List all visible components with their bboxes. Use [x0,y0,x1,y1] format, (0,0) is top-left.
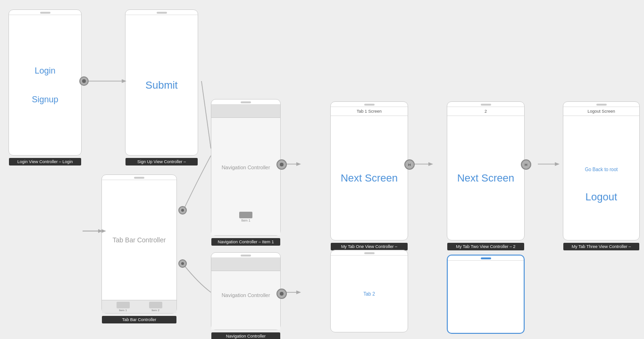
tabbar-phone: Tab Bar Controller Item 1 Item 2 Tab Bar… [101,174,177,314]
speaker-icon-2 [157,12,167,14]
nav1-label-center: Navigation Controller [222,165,270,170]
tab1-content: Next Screen [331,116,408,240]
tab1-phone-header [331,102,408,107]
signup-phone: Submit Sign Up View Controller – [125,9,198,156]
tab2view-content: Next Screen [447,116,524,240]
login-phone-header [9,10,81,15]
tab-item-2[interactable]: Item 2 [149,302,162,312]
connector-login-signup [79,76,89,86]
go-back-root[interactable]: Go Back to root [585,167,618,172]
speaker-icon-5 [241,255,251,256]
nav2-phone-label: Navigation Controller [211,332,280,339]
speaker-icon-9 [481,257,491,259]
signup-phone-label: Sign Up View Controller – [125,158,198,165]
logout-phone-content: Go Back to root Logout [563,116,639,240]
tab2-phone-header [331,250,408,256]
speaker-icon [40,12,50,14]
tab2-content: Tab 2 [331,256,408,332]
tab1-next-screen[interactable]: Next Screen [341,172,398,184]
tab1-title: Tab 1 Screen [331,107,408,116]
connector-tab1-right: H [404,159,415,170]
nav1-item-label: Item 1 [241,219,250,222]
speaker-icon-7 [364,252,375,254]
submit-text[interactable]: Submit [145,79,177,91]
signup-phone-header [125,10,198,15]
nav2-label-center: Navigation Controller [222,292,270,298]
canvas: Login Signup Login View Controller – Log… [0,0,644,339]
speaker-icon-6 [364,104,375,106]
tab2view-phone-label: My Tab Two View Controller – 2 [447,243,524,250]
svg-line-4 [201,81,211,149]
selected-phone-content [448,261,524,333]
connector-nav1-right [276,159,287,170]
nav1-phone-label: Navigation Controller – Item 1 [211,238,280,246]
speaker-icon-10 [596,104,607,106]
svg-marker-12 [296,290,301,294]
login-phone-label: Login View Controller – Login [9,158,81,165]
speaker-icon-3 [134,177,144,179]
tab2view-title: 2 [447,107,524,116]
connector-tabbar-upper [178,206,187,215]
tabbar-phone-content: Tab Bar Controller [102,180,176,300]
tab2view-phone: 2 Next Screen My Tab Two View Controller… [447,101,525,240]
tab2view-phone-header [447,102,524,107]
logout-screen-title: Logout Screen [563,107,639,116]
tab-bar-bottom: Item 1 Item 2 [102,300,176,313]
speaker-icon-8 [481,104,491,106]
signup-phone-content: Submit [125,15,198,155]
tab1-phone-label: My Tab One View Controller – [331,243,408,250]
speaker-icon-4 [241,101,251,103]
nav2-interior [211,271,280,330]
signup-link[interactable]: Signup [32,95,58,105]
tabbar-phone-header [102,175,176,180]
tab2-lower-phone: Tab 2 [330,250,408,332]
login-text[interactable]: Login [34,66,55,76]
connector-tab2view-right: H [521,159,531,170]
selected-phone-header [448,256,524,261]
tabbar-phone-label: Tab Bar Controller [102,316,176,323]
nav-controller-1-phone: Navigation Controller Item 1 Navigation … [211,99,281,236]
tab2view-next-screen[interactable]: Next Screen [457,172,514,184]
nav-controller-2-phone: Navigation Controller Navigation Control… [211,252,281,330]
logout-phone: Logout Screen Go Back to root Logout My … [563,101,640,240]
svg-marker-14 [98,229,103,233]
logout-phone-header [563,102,639,107]
login-phone: Login Signup Login View Controller – Log… [8,9,82,156]
logout-text[interactable]: Logout [585,191,617,203]
login-phone-content: Login Signup [9,15,81,155]
arrows-layer [0,0,644,339]
tab-item-2-label: Item 2 [151,309,159,312]
tabbar-controller-text: Tab Bar Controller [113,236,166,244]
tab-item-1[interactable]: Item 1 [117,302,130,312]
svg-marker-8 [428,162,433,166]
logout-phone-label: My Tab Three View Controller – [563,243,639,250]
svg-marker-10 [555,162,560,166]
nav2-nav-header [211,258,280,271]
nav1-nav-header [211,105,280,118]
connector-nav2-right [276,289,287,299]
tab1-phone: Tab 1 Screen Next Screen My Tab One View… [330,101,408,240]
nav1-item: Item 1 [239,212,252,222]
connector-tabbar-lower [178,259,187,268]
tab-item-1-label: Item 1 [119,309,127,312]
nav1-phone-header [211,99,280,105]
nav2-phone-header [211,253,280,258]
tab2-label-text: Tab 2 [363,291,375,297]
selected-phone [447,255,525,334]
svg-marker-6 [296,162,301,166]
